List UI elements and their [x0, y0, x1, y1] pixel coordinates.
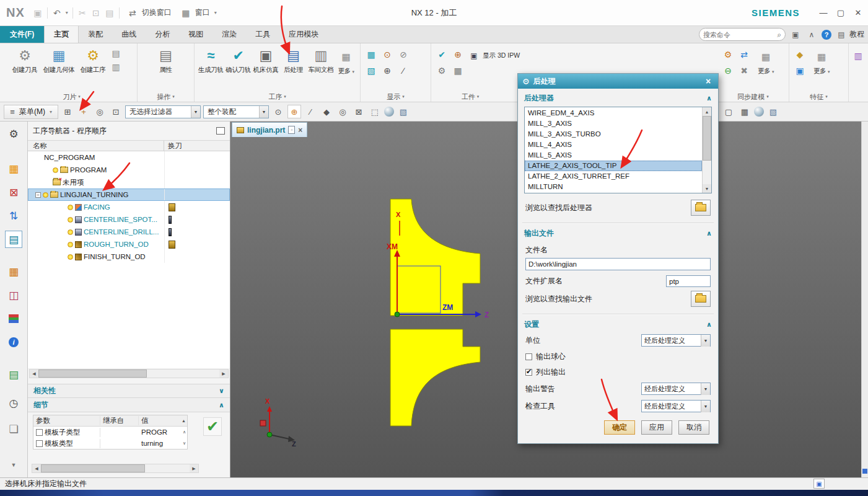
output-file-section-header[interactable]: 输出文件 ∧ — [518, 224, 718, 241]
part-lower-section[interactable] — [390, 329, 480, 426]
close-button[interactable]: ✕ — [852, 6, 864, 19]
sync-offset-icon[interactable]: ⊖ — [721, 64, 735, 78]
post-list-item[interactable]: MILL_5_AXIS — [525, 150, 702, 161]
scroll-up-icon[interactable]: ▲ — [703, 107, 711, 116]
checkbox-unchecked[interactable] — [36, 440, 43, 447]
tree-row[interactable]: CENTERLINE_DRILL... — [28, 226, 230, 238]
scroll-left-icon[interactable]: ◀ — [30, 370, 38, 378]
snap-magnet-icon[interactable]: ⊙ — [271, 105, 285, 118]
tree-row-selected[interactable]: −LINGJIAN_TURNING — [28, 188, 230, 201]
postprocessor-section-header[interactable]: 后处理器 ∧ — [518, 89, 718, 105]
collapse-icon[interactable]: − — [35, 192, 41, 198]
workpiece-gear-icon[interactable]: ⚙ — [435, 64, 449, 78]
constraint-navigator-icon[interactable]: ⊠ — [5, 184, 22, 201]
snap-point-icon[interactable]: ⊕ — [287, 105, 301, 118]
history-icon[interactable]: ◷ — [5, 394, 22, 412]
snap-intersection-icon[interactable]: ⊠ — [352, 105, 366, 118]
ribbon-overflow-icon[interactable]: ▥ — [851, 49, 865, 63]
generate-toolpath-button[interactable]: ≈ 生成刀轨 — [197, 44, 224, 73]
minimize-button[interactable]: — — [817, 6, 830, 19]
paste-icon[interactable]: ▤ — [103, 6, 116, 20]
workpiece-block-icon[interactable]: ▦ — [451, 64, 465, 78]
details-col-value[interactable]: 值 — [141, 416, 149, 425]
dependencies-section[interactable]: 相关性 ∨ — [28, 384, 230, 398]
selection-scope-dropdown[interactable]: 整个装配 ▼ — [203, 105, 269, 118]
post-list-item-selected[interactable]: LATHE_2_AXIS_TOOL_TIP — [525, 161, 702, 171]
extension-input[interactable] — [666, 275, 711, 287]
checkbox-unchecked[interactable] — [36, 429, 43, 436]
details-col-param[interactable]: 参数 — [33, 416, 100, 425]
sync-delete-icon[interactable]: ✖ — [737, 64, 751, 78]
dashed-rect-icon[interactable]: ⬚ — [368, 105, 382, 118]
save-icon[interactable]: ▣ — [31, 6, 45, 20]
window-cascade-icon[interactable]: ▢ — [722, 105, 735, 118]
sync-more-button[interactable]: ▦ 更多 ▾ — [753, 44, 778, 76]
scroll-left-icon[interactable]: ◀ — [32, 464, 41, 472]
sync-gear-icon[interactable]: ⚙ — [721, 48, 735, 61]
undo-dropdown-icon[interactable]: ▾ — [64, 10, 70, 16]
post-list-item[interactable]: MILL_3_AXIS — [525, 118, 702, 129]
create-tool-button[interactable]: ⚙ 创建刀具 — [9, 44, 41, 73]
ball-center-row[interactable]: 输出球心 — [518, 347, 718, 362]
tree-horizontal-scrollbar[interactable]: ◀ ▶ — [29, 369, 229, 378]
cut-icon[interactable]: ✂ — [76, 6, 89, 20]
ok-button[interactable]: 确定 — [604, 420, 635, 435]
feature-pocket-icon[interactable]: ▣ — [793, 64, 807, 78]
selection-add-icon[interactable]: + — [77, 105, 90, 118]
close-tab-icon[interactable]: × — [298, 126, 302, 135]
undock-icon[interactable] — [216, 127, 225, 135]
view-cube-icon[interactable]: ▧ — [766, 105, 780, 118]
window-grid-icon[interactable]: ▦ — [738, 105, 752, 118]
part-upper-section[interactable] — [390, 199, 480, 316]
selection-group-icon[interactable]: ⊞ — [61, 105, 74, 118]
search-input[interactable] — [703, 31, 777, 38]
tree-row[interactable]: 未用项 — [28, 176, 230, 188]
column-header-toolchange[interactable]: 换刀 — [164, 141, 230, 151]
tab-home[interactable]: 主页 — [44, 26, 79, 43]
spin-down-icon[interactable]: ∨ — [183, 441, 187, 446]
display-point-icon[interactable]: ⊕ — [380, 64, 394, 78]
create-geometry-button[interactable]: ▦ 创建几何体 — [41, 44, 77, 73]
post-list-item[interactable]: MILLTURN — [525, 182, 702, 192]
display-section-icon[interactable]: ⊘ — [397, 48, 410, 61]
chevron-down-icon[interactable]: ▾ — [284, 94, 286, 99]
chevron-down-icon[interactable]: ▼ — [5, 456, 22, 474]
snap-end-icon[interactable]: ∕ — [304, 105, 317, 118]
toolpath-more-button[interactable]: ▦ 更多 ▾ — [335, 44, 357, 76]
details-col-inherit[interactable]: 继承自 — [100, 416, 139, 425]
post-list-item[interactable]: WIRE_EDM_4_AXIS — [525, 108, 702, 118]
tab-assembly[interactable]: 装配 — [79, 26, 112, 43]
details-horizontal-scrollbar[interactable]: ◀ ▶ — [32, 464, 199, 473]
shop-doc-button[interactable]: ▥ 车间文档 — [307, 44, 335, 73]
snap-center-icon[interactable]: ◎ — [336, 105, 349, 118]
postprocess-button[interactable]: ▤ 后处理 — [279, 44, 307, 73]
tab-analysis[interactable]: 分析 — [146, 26, 179, 43]
tree-row[interactable]: FINISH_TURN_OD — [28, 250, 230, 263]
details-row[interactable]: 模板类型 turning∨ — [33, 438, 187, 449]
checkbox-unchecked[interactable] — [525, 353, 532, 360]
chevron-down-icon[interactable]: ▾ — [402, 94, 405, 99]
display-line-icon[interactable]: ∕ — [397, 64, 410, 78]
show-3d-ipw-button[interactable]: ▣ 显示 3D IPW — [467, 49, 520, 63]
chevron-down-icon[interactable]: ▾ — [825, 94, 828, 99]
part-tab[interactable]: lingjian.prt ▫ × — [232, 122, 307, 137]
scrollbar-thumb[interactable] — [41, 464, 145, 472]
snap-mid-icon[interactable]: ◆ — [320, 105, 333, 118]
checkbox-checked[interactable] — [525, 369, 532, 376]
selection-scope-icon[interactable]: ◎ — [93, 105, 107, 118]
tree-row[interactable]: NC_PROGRAM — [28, 151, 230, 164]
post-list-item[interactable]: MILL_3_AXIS_TURBO — [525, 129, 702, 140]
feature-boss-icon[interactable]: ◆ — [793, 48, 807, 61]
list-vertical-scrollbar[interactable]: ▲ ▼ — [702, 107, 711, 193]
create-operation-button[interactable]: ⚙ 创建工序 — [77, 44, 109, 73]
column-header-name[interactable]: 名称 — [28, 141, 164, 151]
tree-row[interactable]: PROGRAM — [28, 164, 230, 176]
machining-feature-navigator-icon[interactable]: ▦ — [5, 263, 22, 280]
wireframe-cube-icon[interactable]: ▧ — [397, 105, 410, 118]
chevron-down-icon[interactable]: ∨ — [219, 387, 224, 395]
command-search[interactable]: ⌕ — [699, 28, 786, 41]
chevron-down-icon[interactable]: ▾ — [766, 94, 769, 99]
tab-file[interactable]: 文件(F) — [0, 26, 44, 43]
units-dropdown[interactable]: 经后处理定义 ▼ — [641, 334, 711, 347]
check-tool-dropdown[interactable]: 经后处理定义 ▼ — [641, 400, 711, 412]
